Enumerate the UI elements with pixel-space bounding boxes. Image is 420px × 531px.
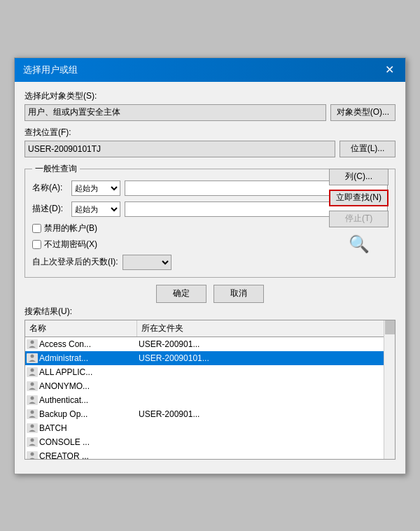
table-row[interactable]: CONSOLE ...: [25, 435, 384, 449]
close-button[interactable]: ✕: [382, 64, 397, 76]
table-row[interactable]: Backup Op...USER-200901...: [25, 407, 384, 421]
table-row[interactable]: Access Con...USER-200901...: [25, 337, 384, 351]
table-row[interactable]: ANONYMO...: [25, 379, 384, 393]
no-expire-checkbox[interactable]: [32, 240, 41, 249]
ok-button[interactable]: 确定: [156, 285, 206, 303]
right-buttons: 列(C)... 立即查找(N) 停止(T) 🔍: [329, 169, 388, 257]
col-folder-header: 所在文件夹: [137, 320, 384, 337]
object-type-input[interactable]: [24, 104, 326, 121]
days-row: 自上次登录后的天数(I):: [32, 255, 388, 270]
location-button[interactable]: 位置(L)...: [340, 141, 396, 157]
result-name: ALL APPLIC...: [38, 367, 136, 377]
column-button[interactable]: 列(C)...: [329, 169, 388, 185]
svg-point-1: [31, 340, 34, 344]
result-folder: USER-200901...: [136, 409, 384, 419]
table-row[interactable]: BATCH: [25, 421, 384, 435]
user-icon: [27, 437, 38, 447]
result-name: CREATOR ...: [38, 451, 136, 460]
disabled-checkbox[interactable]: [32, 224, 41, 233]
result-name: Access Con...: [38, 339, 136, 349]
object-type-label: 选择此对象类型(S):: [24, 90, 396, 102]
find-now-button[interactable]: 立即查找(N): [329, 190, 388, 206]
general-query-section: 一般性查询 名称(A): 起始为 描述(D): 起始为: [24, 163, 396, 278]
user-icon: [27, 409, 38, 419]
result-name: Administrat...: [38, 353, 136, 363]
user-icon: [27, 367, 38, 377]
disabled-label: 禁用的帐户(B): [44, 222, 97, 234]
location-input[interactable]: [24, 141, 335, 157]
object-type-button[interactable]: 对象类型(O)...: [330, 104, 396, 121]
dialog-body: 选择此对象类型(S): 对象类型(O)... 查找位置(F): 位置(L)...…: [15, 82, 405, 474]
scrollbar[interactable]: [384, 320, 395, 459]
cancel-button[interactable]: 取消: [214, 285, 264, 303]
location-label: 查找位置(F):: [24, 127, 396, 139]
stop-button[interactable]: 停止(T): [329, 211, 388, 227]
result-name: Authenticat...: [38, 395, 136, 405]
svg-point-7: [31, 382, 34, 385]
object-type-row: 选择此对象类型(S): 对象类型(O)...: [24, 90, 396, 121]
results-label: 搜索结果(U):: [24, 306, 396, 318]
location-field: 位置(L)...: [24, 141, 396, 157]
ok-cancel-buttons: 确定 取消: [24, 285, 396, 303]
user-icon: [27, 451, 38, 460]
name-condition-select[interactable]: 起始为: [71, 180, 120, 196]
table-row[interactable]: Administrat...USER-20090101...: [25, 351, 384, 365]
name-query-label: 名称(A):: [32, 182, 67, 194]
table-row[interactable]: Authenticat...: [25, 393, 384, 407]
results-header: 名称 所在文件夹: [25, 320, 384, 337]
result-folder: USER-200901...: [136, 339, 384, 349]
select-user-dialog: 选择用户或组 ✕ 选择此对象类型(S): 对象类型(O)... 查找位置(F):…: [14, 57, 406, 474]
user-icon: [27, 353, 38, 363]
result-folder: USER-20090101...: [136, 353, 384, 363]
svg-point-9: [31, 396, 34, 399]
svg-point-17: [31, 452, 34, 455]
object-type-field: 对象类型(O)...: [24, 104, 396, 121]
col-name-header: 名称: [25, 320, 137, 337]
location-row: 查找位置(F): 位置(L)...: [24, 127, 396, 157]
result-name: BATCH: [38, 423, 136, 433]
table-row[interactable]: CREATOR ...: [25, 449, 384, 460]
desc-condition-select[interactable]: 起始为: [71, 201, 120, 217]
user-icon: [27, 395, 38, 405]
svg-point-13: [31, 424, 34, 427]
title-bar: 选择用户或组 ✕: [15, 58, 405, 82]
results-list: Access Con...USER-200901...Administrat..…: [25, 337, 384, 460]
user-icon: [27, 423, 38, 433]
user-icon: [27, 381, 38, 391]
days-label: 自上次登录后的天数(I):: [32, 256, 118, 268]
result-name: CONSOLE ...: [38, 437, 136, 447]
user-icon: [27, 339, 38, 349]
dialog-title: 选择用户或组: [23, 64, 78, 76]
days-select[interactable]: [122, 255, 172, 270]
general-query-legend: 一般性查询: [32, 163, 80, 175]
result-name: Backup Op...: [38, 409, 136, 419]
result-name: ANONYMO...: [38, 381, 136, 391]
svg-point-5: [31, 368, 34, 371]
svg-point-15: [31, 438, 34, 441]
search-icon: 🔍: [329, 232, 388, 257]
results-section: 搜索结果(U): 名称 所在文件夹 Access Con...USER-2009…: [24, 306, 396, 460]
desc-query-label: 描述(D):: [32, 203, 67, 215]
svg-point-11: [31, 410, 34, 413]
results-container[interactable]: 名称 所在文件夹 Access Con...USER-200901...Admi…: [24, 320, 396, 460]
no-expire-label: 不过期密码(X): [44, 239, 97, 250]
table-row[interactable]: ALL APPLIC...: [25, 365, 384, 379]
svg-point-3: [31, 354, 34, 357]
